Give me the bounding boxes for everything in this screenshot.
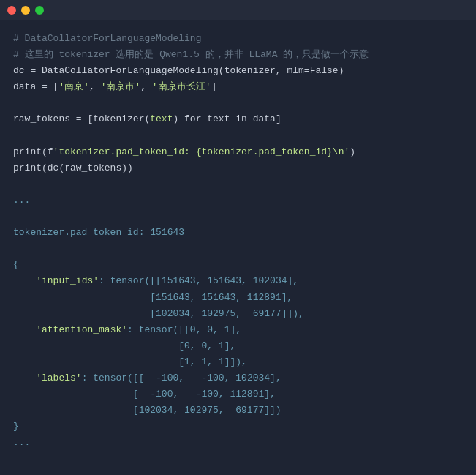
code-line: print(f'tokenizer.pad_token_id: {tokeniz… [13, 144, 463, 160]
output-line: [ -100, -100, 112891], [13, 386, 463, 403]
output-line: tokenizer.pad_token_id: 151643 [13, 225, 463, 241]
output-line: 'input_ids': tensor([[151643, 151643, 10… [13, 273, 463, 289]
output-line: [102034, 102975, 69177]]), [13, 306, 463, 322]
maximize-button[interactable] [35, 6, 44, 15]
output-line: [1, 1, 1]]), [13, 354, 463, 370]
code-line: # 这里的 tokenizer 选用的是 Qwen1.5 的，并非 LLaMA … [13, 47, 463, 63]
minimize-button[interactable] [21, 6, 30, 15]
code-line [13, 176, 463, 192]
code-line [13, 241, 463, 257]
close-button[interactable] [7, 6, 16, 15]
output-line: [151643, 151643, 112891], [13, 290, 463, 306]
code-editor: # DataCollatorForLanguageModeling # 这里的 … [0, 20, 476, 475]
code-line: data = ['南京', '南京市', '南京市长江'] [13, 79, 463, 95]
code-line: raw_tokens = [tokenizer(text) for text i… [13, 111, 463, 127]
code-line [13, 209, 463, 225]
code-line: print(dc(raw_tokens)) [13, 160, 463, 176]
code-line [13, 128, 463, 144]
output-line: [102034, 102975, 69177]]) [13, 403, 463, 419]
output-line: 'labels': tensor([[ -100, -100, 102034], [13, 370, 463, 386]
code-line: # DataCollatorForLanguageModeling [13, 31, 463, 47]
code-line: dc = DataCollatorForLanguageModeling(tok… [13, 63, 463, 79]
output-line: [0, 0, 1], [13, 338, 463, 354]
titlebar [0, 0, 476, 20]
output-line: 'attention_mask': tensor([[0, 0, 1], [13, 322, 463, 338]
output-line: { [13, 257, 463, 273]
output-line: ... [13, 192, 463, 209]
output-line: ... [13, 435, 463, 451]
main-window: # DataCollatorForLanguageModeling # 这里的 … [0, 0, 476, 475]
output-line: } [13, 419, 463, 435]
code-line [13, 95, 463, 111]
